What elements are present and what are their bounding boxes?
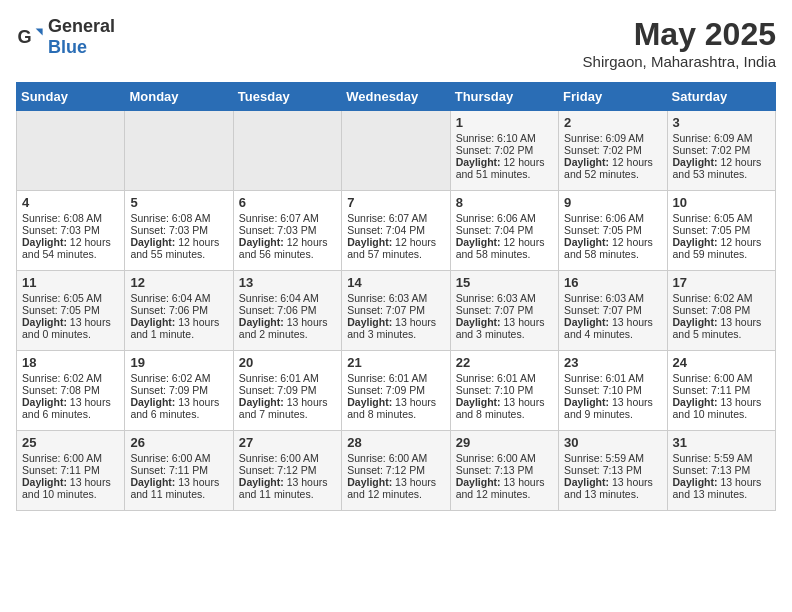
calendar-cell: 11Sunrise: 6:05 AMSunset: 7:05 PMDayligh…	[17, 271, 125, 351]
daylight-label: Daylight:	[673, 316, 721, 328]
calendar-cell: 24Sunrise: 6:00 AMSunset: 7:11 PMDayligh…	[667, 351, 775, 431]
day-number: 31	[673, 435, 770, 450]
daylight-label: Daylight:	[22, 236, 70, 248]
daylight-label: Daylight:	[456, 156, 504, 168]
sunrise-info: Sunrise: 6:08 AM	[22, 212, 119, 224]
daylight-label: Daylight:	[456, 236, 504, 248]
sunset-info: Sunset: 7:03 PM	[239, 224, 336, 236]
week-row-3: 11Sunrise: 6:05 AMSunset: 7:05 PMDayligh…	[17, 271, 776, 351]
daylight-label: Daylight:	[564, 156, 612, 168]
calendar-cell: 16Sunrise: 6:03 AMSunset: 7:07 PMDayligh…	[559, 271, 667, 351]
daylight-info: Daylight: 13 hours and 6 minutes.	[22, 396, 119, 420]
sunset-info: Sunset: 7:12 PM	[239, 464, 336, 476]
day-number: 18	[22, 355, 119, 370]
sunrise-info: Sunrise: 6:06 AM	[456, 212, 553, 224]
daylight-info: Daylight: 13 hours and 4 minutes.	[564, 316, 661, 340]
daylight-info: Daylight: 12 hours and 58 minutes.	[564, 236, 661, 260]
daylight-label: Daylight:	[239, 236, 287, 248]
daylight-label: Daylight:	[239, 476, 287, 488]
weekday-header-friday: Friday	[559, 83, 667, 111]
day-number: 13	[239, 275, 336, 290]
calendar-cell: 23Sunrise: 6:01 AMSunset: 7:10 PMDayligh…	[559, 351, 667, 431]
calendar-cell: 4Sunrise: 6:08 AMSunset: 7:03 PMDaylight…	[17, 191, 125, 271]
daylight-label: Daylight:	[564, 236, 612, 248]
calendar-cell: 8Sunrise: 6:06 AMSunset: 7:04 PMDaylight…	[450, 191, 558, 271]
title-block: May 2025 Shirgaon, Maharashtra, India	[583, 16, 776, 70]
calendar-cell: 29Sunrise: 6:00 AMSunset: 7:13 PMDayligh…	[450, 431, 558, 511]
daylight-info: Daylight: 13 hours and 3 minutes.	[347, 316, 444, 340]
day-number: 10	[673, 195, 770, 210]
sunset-info: Sunset: 7:12 PM	[347, 464, 444, 476]
daylight-label: Daylight:	[130, 316, 178, 328]
calendar-cell	[233, 111, 341, 191]
daylight-label: Daylight:	[564, 476, 612, 488]
daylight-label: Daylight:	[673, 476, 721, 488]
weekday-header-monday: Monday	[125, 83, 233, 111]
sunrise-info: Sunrise: 6:10 AM	[456, 132, 553, 144]
day-number: 5	[130, 195, 227, 210]
daylight-label: Daylight:	[347, 476, 395, 488]
day-number: 11	[22, 275, 119, 290]
calendar-cell: 1Sunrise: 6:10 AMSunset: 7:02 PMDaylight…	[450, 111, 558, 191]
sunrise-info: Sunrise: 6:01 AM	[347, 372, 444, 384]
sunset-info: Sunset: 7:09 PM	[347, 384, 444, 396]
sunset-info: Sunset: 7:11 PM	[673, 384, 770, 396]
daylight-info: Daylight: 13 hours and 6 minutes.	[130, 396, 227, 420]
logo-icon: G	[16, 23, 44, 51]
sunset-info: Sunset: 7:08 PM	[22, 384, 119, 396]
daylight-label: Daylight:	[22, 396, 70, 408]
daylight-info: Daylight: 13 hours and 12 minutes.	[347, 476, 444, 500]
daylight-label: Daylight:	[564, 396, 612, 408]
sunset-info: Sunset: 7:06 PM	[130, 304, 227, 316]
day-number: 8	[456, 195, 553, 210]
sunrise-info: Sunrise: 6:04 AM	[130, 292, 227, 304]
daylight-label: Daylight:	[456, 396, 504, 408]
sunrise-info: Sunrise: 6:01 AM	[239, 372, 336, 384]
day-number: 22	[456, 355, 553, 370]
daylight-info: Daylight: 13 hours and 7 minutes.	[239, 396, 336, 420]
calendar-cell: 10Sunrise: 6:05 AMSunset: 7:05 PMDayligh…	[667, 191, 775, 271]
sunrise-info: Sunrise: 6:01 AM	[456, 372, 553, 384]
daylight-label: Daylight:	[673, 236, 721, 248]
calendar-cell: 3Sunrise: 6:09 AMSunset: 7:02 PMDaylight…	[667, 111, 775, 191]
location-subtitle: Shirgaon, Maharashtra, India	[583, 53, 776, 70]
day-number: 14	[347, 275, 444, 290]
sunrise-info: Sunrise: 5:59 AM	[673, 452, 770, 464]
day-number: 28	[347, 435, 444, 450]
day-number: 20	[239, 355, 336, 370]
daylight-info: Daylight: 12 hours and 58 minutes.	[456, 236, 553, 260]
sunset-info: Sunset: 7:04 PM	[456, 224, 553, 236]
sunrise-info: Sunrise: 6:03 AM	[564, 292, 661, 304]
calendar-cell	[342, 111, 450, 191]
daylight-label: Daylight:	[347, 396, 395, 408]
day-number: 16	[564, 275, 661, 290]
calendar-cell: 26Sunrise: 6:00 AMSunset: 7:11 PMDayligh…	[125, 431, 233, 511]
day-number: 24	[673, 355, 770, 370]
daylight-label: Daylight:	[22, 476, 70, 488]
svg-text:G: G	[17, 27, 31, 47]
sunrise-info: Sunrise: 6:06 AM	[564, 212, 661, 224]
daylight-info: Daylight: 12 hours and 55 minutes.	[130, 236, 227, 260]
sunrise-info: Sunrise: 6:01 AM	[564, 372, 661, 384]
sunrise-info: Sunrise: 6:03 AM	[347, 292, 444, 304]
month-year-title: May 2025	[583, 16, 776, 53]
svg-marker-1	[36, 29, 43, 36]
daylight-label: Daylight:	[130, 476, 178, 488]
daylight-info: Daylight: 13 hours and 8 minutes.	[347, 396, 444, 420]
calendar-cell: 15Sunrise: 6:03 AMSunset: 7:07 PMDayligh…	[450, 271, 558, 351]
daylight-info: Daylight: 12 hours and 54 minutes.	[22, 236, 119, 260]
day-number: 7	[347, 195, 444, 210]
daylight-label: Daylight:	[22, 316, 70, 328]
sunset-info: Sunset: 7:08 PM	[673, 304, 770, 316]
weekday-header-row: SundayMondayTuesdayWednesdayThursdayFrid…	[17, 83, 776, 111]
daylight-label: Daylight:	[564, 316, 612, 328]
logo-blue: Blue	[48, 37, 87, 57]
day-number: 25	[22, 435, 119, 450]
calendar-cell: 25Sunrise: 6:00 AMSunset: 7:11 PMDayligh…	[17, 431, 125, 511]
weekday-header-tuesday: Tuesday	[233, 83, 341, 111]
week-row-4: 18Sunrise: 6:02 AMSunset: 7:08 PMDayligh…	[17, 351, 776, 431]
daylight-label: Daylight:	[673, 156, 721, 168]
page-header: G General Blue May 2025 Shirgaon, Mahara…	[16, 16, 776, 70]
sunrise-info: Sunrise: 6:05 AM	[673, 212, 770, 224]
daylight-info: Daylight: 13 hours and 10 minutes.	[673, 396, 770, 420]
